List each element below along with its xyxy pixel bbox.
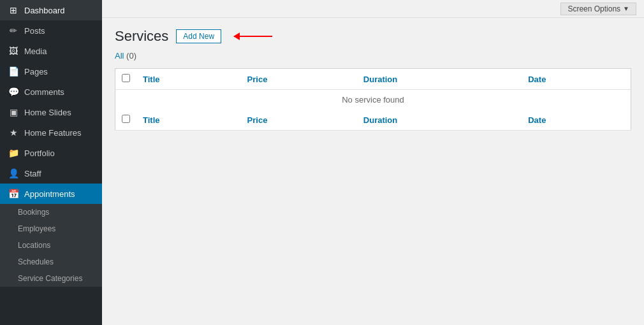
main-content: Screen Options ▼ Services Add New All (0… (102, 0, 644, 325)
arrow-annotation (234, 36, 272, 37)
submenu-item-locations[interactable]: Locations (0, 237, 102, 254)
add-new-button[interactable]: Add New (176, 29, 221, 43)
sidebar-item-staff[interactable]: 👤 Staff (0, 163, 102, 184)
appointments-icon: 📅 (8, 189, 19, 199)
chevron-down-icon: ▼ (623, 5, 629, 12)
sidebar-item-home-features[interactable]: ★ Home Features (0, 122, 102, 143)
appointments-submenu: Bookings Employees Locations Schedules S… (0, 204, 102, 287)
page-title: Services (115, 28, 168, 45)
sidebar-item-portfolio[interactable]: 📁 Portfolio (0, 143, 102, 163)
dashboard-icon: ⊞ (8, 5, 19, 15)
filter-links: All (0) (115, 51, 631, 61)
col-checkbox (115, 69, 137, 90)
screen-options-button[interactable]: Screen Options ▼ (560, 3, 636, 15)
col-duration[interactable]: Duration (357, 69, 522, 90)
sidebar-item-posts[interactable]: ✏ Posts (0, 20, 102, 41)
col-price[interactable]: Price (241, 69, 357, 90)
media-icon: 🖼 (8, 46, 19, 56)
sidebar: ⊞ Dashboard ✏ Posts 🖼 Media 📄 Pages 💬 Co… (0, 0, 102, 325)
submenu-item-bookings[interactable]: Bookings (0, 204, 102, 220)
select-all-checkbox[interactable] (122, 74, 130, 82)
staff-icon: 👤 (8, 168, 19, 178)
page-header: Services Add New (115, 28, 631, 45)
sidebar-item-appointments[interactable]: 📅 Appointments (0, 184, 102, 204)
pages-icon: 📄 (8, 66, 19, 76)
filter-all-link[interactable]: All (115, 51, 126, 61)
sidebar-item-comments[interactable]: 💬 Comments (0, 82, 102, 102)
footer-col-checkbox (115, 110, 137, 131)
portfolio-icon: 📁 (8, 148, 19, 158)
submenu-item-schedules[interactable]: Schedules (0, 254, 102, 270)
services-table: Title Price Duration Date No service fou… (115, 68, 631, 131)
sidebar-item-media[interactable]: 🖼 Media (0, 41, 102, 61)
footer-col-duration[interactable]: Duration (357, 110, 522, 131)
footer-col-price[interactable]: Price (241, 110, 357, 131)
col-date[interactable]: Date (522, 69, 631, 90)
col-title[interactable]: Title (136, 69, 241, 90)
sidebar-item-home-slides[interactable]: ▣ Home Slides (0, 102, 102, 122)
sidebar-item-pages[interactable]: 📄 Pages (0, 61, 102, 82)
select-all-checkbox-footer[interactable] (122, 115, 130, 123)
posts-icon: ✏ (8, 25, 19, 36)
home-features-icon: ★ (8, 127, 19, 138)
submenu-item-service-categories[interactable]: Service Categories (0, 270, 102, 287)
table-header-row: Title Price Duration Date (115, 69, 631, 90)
footer-col-date[interactable]: Date (522, 110, 631, 131)
submenu-item-employees[interactable]: Employees (0, 220, 102, 237)
topbar: Screen Options ▼ (102, 0, 644, 18)
arrow-line (234, 36, 272, 37)
filter-count: (0) (126, 51, 136, 61)
sidebar-item-dashboard[interactable]: ⊞ Dashboard (0, 0, 102, 20)
table-footer-row: Title Price Duration Date (115, 110, 631, 131)
no-items-row: No service found (115, 90, 631, 110)
comments-icon: 💬 (8, 87, 19, 97)
footer-col-title[interactable]: Title (136, 110, 241, 131)
no-items-message: No service found (115, 90, 631, 110)
home-slides-icon: ▣ (8, 107, 19, 117)
content-area: Services Add New All (0) Title Pr (102, 18, 644, 325)
